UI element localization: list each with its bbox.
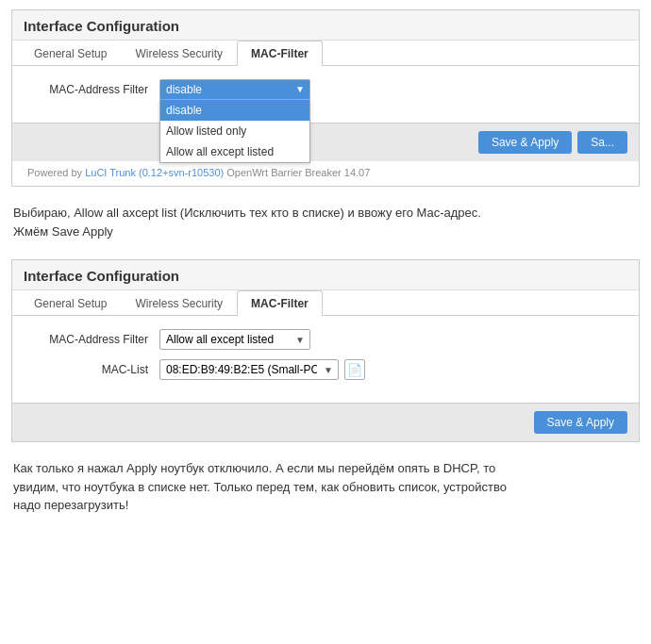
tab2-general-setup[interactable]: General Setup: [20, 290, 121, 316]
dropdown-option-allow-listed[interactable]: Allow listed only: [160, 121, 309, 141]
panel-1: Interface Configuration General Setup Wi…: [11, 9, 640, 187]
panel-2-title: Interface Configuration: [12, 260, 639, 290]
save-apply-button-1[interactable]: Save & Apply: [478, 131, 572, 154]
tab2-wireless-security[interactable]: Wireless Security: [121, 290, 237, 316]
filter-dropdown-wrapper: disable ▼ disable Allow listed only Allo…: [159, 79, 310, 100]
mac-list-label: MAC-List: [27, 363, 159, 376]
mac-list-wrap: 08:ED:B9:49:B2:E5 (Small-PC-... ▼ 📄: [159, 359, 365, 380]
filter-dropdown-list: disable Allow listed only Allow all exce…: [159, 100, 310, 163]
panel-1-title: Interface Configuration: [12, 10, 639, 41]
mac-address-filter-label: MAC-Address Filter: [27, 83, 159, 96]
mac-list-edit-button[interactable]: 📄: [344, 359, 365, 380]
panel-2-tabs: General Setup Wireless Security MAC-Filt…: [12, 290, 639, 316]
tab-mac-filter[interactable]: MAC-Filter: [237, 41, 323, 66]
edit-icon: 📄: [347, 363, 362, 377]
tab2-mac-filter[interactable]: MAC-Filter: [237, 290, 323, 316]
tab-wireless-security[interactable]: Wireless Security: [121, 41, 237, 66]
panel-2-body: MAC-Address Filter Allow all except list…: [12, 316, 639, 403]
dropdown-option-disable[interactable]: disable: [160, 100, 309, 121]
mac-list-select[interactable]: 08:ED:B9:49:B2:E5 (Small-PC-...: [159, 359, 339, 380]
save-apply-button-2[interactable]: Save & Apply: [534, 411, 627, 434]
mac-address-filter-label-2: MAC-Address Filter: [27, 333, 159, 346]
filter-select-wrap-2: Allow all except listed ▼: [159, 329, 310, 350]
panel-1-footer: Save & Apply Sa...: [12, 123, 639, 161]
mac-list-row: MAC-List 08:ED:B9:49:B2:E5 (Small-PC-...…: [27, 359, 624, 380]
panel-2-footer: Save & Apply: [12, 403, 639, 441]
instruction-text-1: Выбираю, Allow all axcept list (Исключит…: [0, 196, 651, 250]
mac-list-select-wrap: 08:ED:B9:49:B2:E5 (Small-PC-... ▼: [159, 359, 339, 380]
panel-1-tabs: General Setup Wireless Security MAC-Filt…: [12, 41, 639, 66]
filter-select-2[interactable]: Allow all except listed: [159, 329, 310, 350]
panel-1-body: MAC-Address Filter disable ▼ disable All…: [12, 66, 639, 123]
tab-general-setup[interactable]: General Setup: [20, 41, 121, 66]
luci-link[interactable]: LuCI Trunk (0.12+svn-r10530): [85, 167, 224, 178]
dropdown-option-allow-except[interactable]: Allow all except listed: [160, 141, 309, 162]
instruction-text-2: Как только я нажал Apply ноутбук отключи…: [0, 452, 651, 524]
filter-dropdown-selected[interactable]: disable: [159, 79, 310, 100]
powered-by: Powered by LuCI Trunk (0.12+svn-r10530) …: [12, 161, 639, 186]
save-button-1[interactable]: Sa...: [577, 131, 627, 154]
panel-2: Interface Configuration General Setup Wi…: [11, 259, 640, 442]
mac-address-filter-row-2: MAC-Address Filter Allow all except list…: [27, 329, 624, 350]
mac-address-filter-row: MAC-Address Filter disable ▼ disable All…: [27, 79, 624, 100]
